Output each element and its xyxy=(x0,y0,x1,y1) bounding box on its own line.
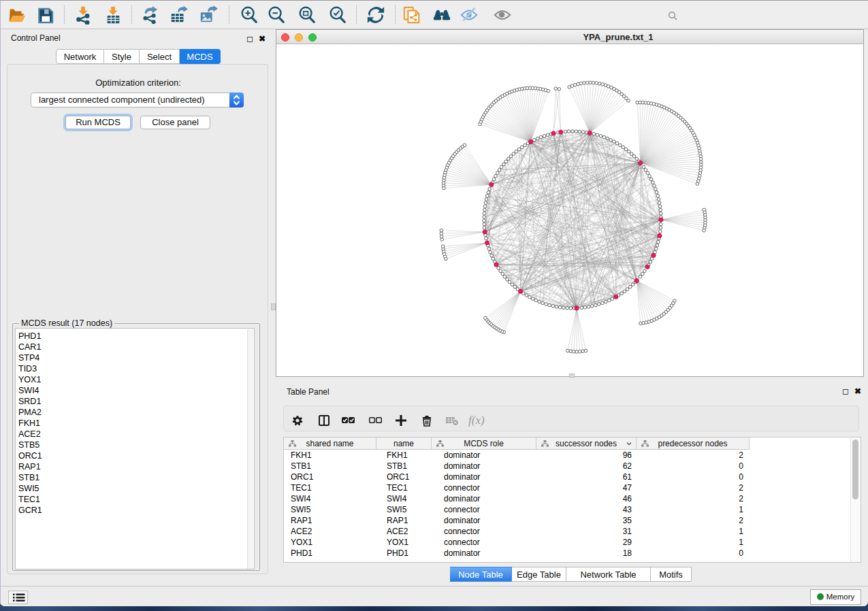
svg-text:f(x): f(x) xyxy=(468,414,485,427)
